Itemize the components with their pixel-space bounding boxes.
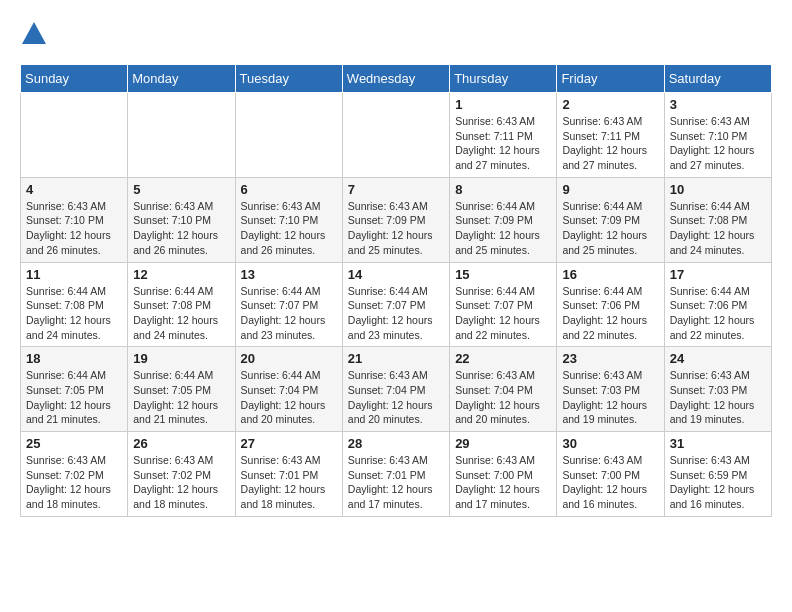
day-number: 18 — [26, 351, 122, 366]
calendar-cell — [128, 93, 235, 178]
calendar-cell: 24Sunrise: 6:43 AM Sunset: 7:03 PM Dayli… — [664, 347, 771, 432]
day-info: Sunrise: 6:44 AM Sunset: 7:05 PM Dayligh… — [26, 368, 122, 427]
calendar-cell: 8Sunrise: 6:44 AM Sunset: 7:09 PM Daylig… — [450, 177, 557, 262]
calendar-cell — [235, 93, 342, 178]
day-number: 27 — [241, 436, 337, 451]
calendar-cell: 17Sunrise: 6:44 AM Sunset: 7:06 PM Dayli… — [664, 262, 771, 347]
calendar-cell: 6Sunrise: 6:43 AM Sunset: 7:10 PM Daylig… — [235, 177, 342, 262]
day-number: 15 — [455, 267, 551, 282]
day-info: Sunrise: 6:43 AM Sunset: 7:11 PM Dayligh… — [455, 114, 551, 173]
day-number: 9 — [562, 182, 658, 197]
day-info: Sunrise: 6:43 AM Sunset: 7:02 PM Dayligh… — [26, 453, 122, 512]
logo — [20, 20, 52, 48]
day-number: 11 — [26, 267, 122, 282]
calendar-cell — [342, 93, 449, 178]
calendar-cell: 19Sunrise: 6:44 AM Sunset: 7:05 PM Dayli… — [128, 347, 235, 432]
calendar-cell: 31Sunrise: 6:43 AM Sunset: 6:59 PM Dayli… — [664, 432, 771, 517]
day-number: 21 — [348, 351, 444, 366]
day-info: Sunrise: 6:44 AM Sunset: 7:06 PM Dayligh… — [562, 284, 658, 343]
day-number: 28 — [348, 436, 444, 451]
day-number: 16 — [562, 267, 658, 282]
day-info: Sunrise: 6:43 AM Sunset: 7:01 PM Dayligh… — [241, 453, 337, 512]
day-info: Sunrise: 6:43 AM Sunset: 7:10 PM Dayligh… — [241, 199, 337, 258]
calendar-cell: 23Sunrise: 6:43 AM Sunset: 7:03 PM Dayli… — [557, 347, 664, 432]
calendar-cell: 11Sunrise: 6:44 AM Sunset: 7:08 PM Dayli… — [21, 262, 128, 347]
page-header — [20, 20, 772, 48]
calendar-cell: 9Sunrise: 6:44 AM Sunset: 7:09 PM Daylig… — [557, 177, 664, 262]
calendar-header-monday: Monday — [128, 65, 235, 93]
day-number: 4 — [26, 182, 122, 197]
calendar-week-row: 25Sunrise: 6:43 AM Sunset: 7:02 PM Dayli… — [21, 432, 772, 517]
day-info: Sunrise: 6:43 AM Sunset: 7:04 PM Dayligh… — [455, 368, 551, 427]
calendar-cell: 18Sunrise: 6:44 AM Sunset: 7:05 PM Dayli… — [21, 347, 128, 432]
day-number: 1 — [455, 97, 551, 112]
calendar-cell: 16Sunrise: 6:44 AM Sunset: 7:06 PM Dayli… — [557, 262, 664, 347]
day-info: Sunrise: 6:43 AM Sunset: 7:02 PM Dayligh… — [133, 453, 229, 512]
calendar-table: SundayMondayTuesdayWednesdayThursdayFrid… — [20, 64, 772, 517]
day-number: 13 — [241, 267, 337, 282]
calendar-cell: 5Sunrise: 6:43 AM Sunset: 7:10 PM Daylig… — [128, 177, 235, 262]
calendar-week-row: 1Sunrise: 6:43 AM Sunset: 7:11 PM Daylig… — [21, 93, 772, 178]
day-number: 24 — [670, 351, 766, 366]
calendar-week-row: 4Sunrise: 6:43 AM Sunset: 7:10 PM Daylig… — [21, 177, 772, 262]
calendar-cell: 30Sunrise: 6:43 AM Sunset: 7:00 PM Dayli… — [557, 432, 664, 517]
calendar-cell: 15Sunrise: 6:44 AM Sunset: 7:07 PM Dayli… — [450, 262, 557, 347]
day-number: 14 — [348, 267, 444, 282]
calendar-header-saturday: Saturday — [664, 65, 771, 93]
day-info: Sunrise: 6:44 AM Sunset: 7:08 PM Dayligh… — [670, 199, 766, 258]
calendar-cell: 4Sunrise: 6:43 AM Sunset: 7:10 PM Daylig… — [21, 177, 128, 262]
day-info: Sunrise: 6:44 AM Sunset: 7:07 PM Dayligh… — [455, 284, 551, 343]
day-number: 6 — [241, 182, 337, 197]
day-info: Sunrise: 6:43 AM Sunset: 7:10 PM Dayligh… — [133, 199, 229, 258]
day-info: Sunrise: 6:44 AM Sunset: 7:09 PM Dayligh… — [562, 199, 658, 258]
day-number: 12 — [133, 267, 229, 282]
calendar-cell: 1Sunrise: 6:43 AM Sunset: 7:11 PM Daylig… — [450, 93, 557, 178]
day-info: Sunrise: 6:43 AM Sunset: 7:10 PM Dayligh… — [26, 199, 122, 258]
day-number: 25 — [26, 436, 122, 451]
calendar-cell: 13Sunrise: 6:44 AM Sunset: 7:07 PM Dayli… — [235, 262, 342, 347]
logo-icon — [20, 20, 48, 48]
day-info: Sunrise: 6:44 AM Sunset: 7:07 PM Dayligh… — [348, 284, 444, 343]
calendar-cell: 12Sunrise: 6:44 AM Sunset: 7:08 PM Dayli… — [128, 262, 235, 347]
calendar-cell: 28Sunrise: 6:43 AM Sunset: 7:01 PM Dayli… — [342, 432, 449, 517]
calendar-cell: 26Sunrise: 6:43 AM Sunset: 7:02 PM Dayli… — [128, 432, 235, 517]
calendar-cell — [21, 93, 128, 178]
day-number: 20 — [241, 351, 337, 366]
calendar-cell: 10Sunrise: 6:44 AM Sunset: 7:08 PM Dayli… — [664, 177, 771, 262]
day-number: 8 — [455, 182, 551, 197]
day-number: 10 — [670, 182, 766, 197]
day-info: Sunrise: 6:44 AM Sunset: 7:04 PM Dayligh… — [241, 368, 337, 427]
calendar-cell: 7Sunrise: 6:43 AM Sunset: 7:09 PM Daylig… — [342, 177, 449, 262]
calendar-cell: 3Sunrise: 6:43 AM Sunset: 7:10 PM Daylig… — [664, 93, 771, 178]
day-number: 26 — [133, 436, 229, 451]
calendar-header-sunday: Sunday — [21, 65, 128, 93]
calendar-cell: 29Sunrise: 6:43 AM Sunset: 7:00 PM Dayli… — [450, 432, 557, 517]
day-info: Sunrise: 6:44 AM Sunset: 7:05 PM Dayligh… — [133, 368, 229, 427]
day-number: 5 — [133, 182, 229, 197]
calendar-header-thursday: Thursday — [450, 65, 557, 93]
day-info: Sunrise: 6:43 AM Sunset: 7:04 PM Dayligh… — [348, 368, 444, 427]
svg-marker-0 — [22, 22, 46, 44]
calendar-cell: 27Sunrise: 6:43 AM Sunset: 7:01 PM Dayli… — [235, 432, 342, 517]
calendar-cell: 25Sunrise: 6:43 AM Sunset: 7:02 PM Dayli… — [21, 432, 128, 517]
calendar-cell: 2Sunrise: 6:43 AM Sunset: 7:11 PM Daylig… — [557, 93, 664, 178]
day-info: Sunrise: 6:43 AM Sunset: 6:59 PM Dayligh… — [670, 453, 766, 512]
calendar-cell: 20Sunrise: 6:44 AM Sunset: 7:04 PM Dayli… — [235, 347, 342, 432]
day-number: 17 — [670, 267, 766, 282]
day-number: 3 — [670, 97, 766, 112]
day-info: Sunrise: 6:43 AM Sunset: 7:11 PM Dayligh… — [562, 114, 658, 173]
day-info: Sunrise: 6:43 AM Sunset: 7:03 PM Dayligh… — [562, 368, 658, 427]
day-info: Sunrise: 6:43 AM Sunset: 7:10 PM Dayligh… — [670, 114, 766, 173]
day-info: Sunrise: 6:43 AM Sunset: 7:00 PM Dayligh… — [455, 453, 551, 512]
day-number: 19 — [133, 351, 229, 366]
calendar-header-row: SundayMondayTuesdayWednesdayThursdayFrid… — [21, 65, 772, 93]
day-number: 2 — [562, 97, 658, 112]
day-number: 7 — [348, 182, 444, 197]
calendar-header-friday: Friday — [557, 65, 664, 93]
day-number: 30 — [562, 436, 658, 451]
calendar-week-row: 18Sunrise: 6:44 AM Sunset: 7:05 PM Dayli… — [21, 347, 772, 432]
day-info: Sunrise: 6:43 AM Sunset: 7:01 PM Dayligh… — [348, 453, 444, 512]
calendar-header-tuesday: Tuesday — [235, 65, 342, 93]
day-info: Sunrise: 6:44 AM Sunset: 7:06 PM Dayligh… — [670, 284, 766, 343]
day-number: 31 — [670, 436, 766, 451]
